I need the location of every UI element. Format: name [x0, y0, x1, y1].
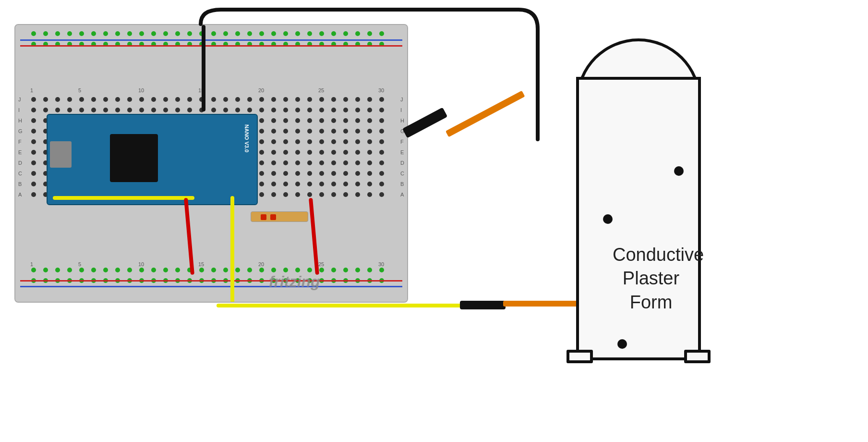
- breadboard-bottom-red-line: [20, 280, 402, 282]
- plaster-form-label: Conductive Plaster Form: [613, 243, 689, 314]
- arduino-main-chip: [110, 134, 158, 182]
- breadboard-top-blue-line: [20, 39, 402, 41]
- breadboard: NANO V3.0: [14, 24, 408, 303]
- plaster-dot-top-left: [603, 214, 613, 224]
- black-wire-vertical: [202, 25, 205, 111]
- plaster-label-line1: Conductive: [613, 245, 704, 265]
- plaster-form: Conductive Plaster Form: [567, 38, 711, 404]
- plaster-label-line3: Form: [630, 292, 673, 312]
- plaster-form-body: Conductive Plaster Form: [576, 77, 701, 360]
- plaster-label-line2: Plaster: [623, 268, 679, 288]
- arduino-usb-port: [50, 141, 72, 168]
- arduino-nano-board: NANO V3.0: [47, 114, 258, 205]
- plaster-dot-bottom-left: [617, 339, 627, 349]
- plaster-base-left: [567, 350, 593, 363]
- fritzing-watermark: fritzing: [269, 273, 320, 291]
- resistor: [251, 211, 308, 222]
- svg-rect-0: [402, 107, 447, 138]
- svg-rect-2: [460, 301, 506, 309]
- breadboard-top-red-line: [20, 45, 402, 47]
- yellow-wire-vertical: [230, 196, 234, 303]
- plaster-dot-top-right: [674, 166, 684, 176]
- breadboard-bottom-blue-line: [20, 286, 402, 287]
- plaster-base-right: [684, 350, 711, 363]
- svg-rect-1: [446, 90, 525, 137]
- main-container: NANO V3.0 fritzing: [0, 0, 868, 442]
- arduino-label: NANO V3.0: [244, 124, 250, 152]
- yellow-wire-horizontal: [53, 196, 194, 200]
